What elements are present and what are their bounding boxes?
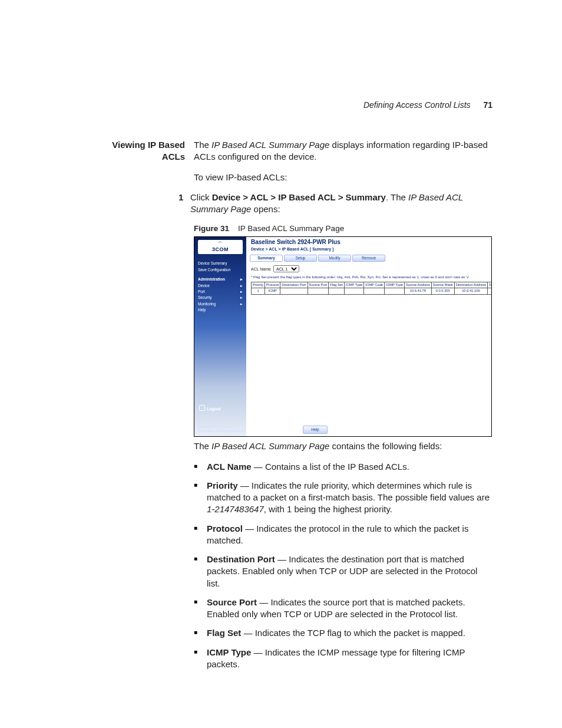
side-heading-line1: Viewing IP Based xyxy=(112,140,185,150)
th-protocol: Protocol xyxy=(265,282,280,288)
logout-button[interactable]: Logout xyxy=(199,404,221,411)
step-1: 1 Click Device > ACL > IP Based ACL > Su… xyxy=(194,192,492,216)
lead-text: To view IP-based ACLs: xyxy=(194,172,492,183)
page: Defining Access Control Lists 71 Viewing… xyxy=(0,0,562,728)
sidebar-item-monitoring[interactable]: Monitoring▸ xyxy=(198,301,243,307)
th-icmp-code: ICMP Code xyxy=(364,282,385,288)
field-desc-post: , with 1 being the highest priority. xyxy=(264,504,392,514)
chevron-right-icon: ▸ xyxy=(240,283,243,289)
th-dst-mask: Destination Mask xyxy=(488,282,492,288)
tab-summary[interactable]: Summary xyxy=(250,255,283,262)
intro-pre: The xyxy=(194,140,211,150)
sidebar-item-label: Device xyxy=(198,283,210,289)
field-name: ICMP Type xyxy=(207,647,251,657)
th-src-mask: Source Mask xyxy=(431,282,454,288)
shot-title: Baseline Switch 2924-PWR Plus xyxy=(246,237,491,246)
td: ICMP xyxy=(265,288,280,295)
sidebar-item[interactable]: Device Summary xyxy=(198,261,243,266)
chevron-right-icon: ▸ xyxy=(240,295,243,301)
field-list: ACL Name — Contains a list of the IP Bas… xyxy=(194,461,492,671)
tab-setup[interactable]: Setup xyxy=(284,255,317,262)
td xyxy=(280,288,308,295)
figure-screenshot: ⌒ 3COM Device Summary Save Configuration… xyxy=(194,236,492,437)
dash: — xyxy=(259,597,270,607)
td xyxy=(385,288,405,295)
field-name: ACL Name xyxy=(207,462,252,472)
list-item: ICMP Type — Indicates the ICMP message t… xyxy=(194,647,492,671)
th-src-port: Source Port xyxy=(308,282,329,288)
th-src-addr: Source Address xyxy=(404,282,431,288)
step1-post: opens: xyxy=(251,204,280,214)
sidebar-item[interactable]: Save Configuration xyxy=(198,267,243,273)
section-title: Defining Access Control Lists xyxy=(363,100,471,110)
page-number: 71 xyxy=(483,100,492,110)
th-dst-addr: Destination Address xyxy=(454,282,488,288)
sidebar-item-device[interactable]: Device▸ xyxy=(198,283,243,289)
sidebar-item-help[interactable]: Help xyxy=(198,307,243,313)
step1-bold: Device > ACL > IP Based ACL > Summary xyxy=(212,192,386,202)
acl-name-row: ACL Name ACL 1 xyxy=(251,265,487,272)
step1-pre: Click xyxy=(190,192,212,202)
field-name: Destination Port xyxy=(207,554,275,564)
shot-main: Baseline Switch 2924-PWR Plus Device > A… xyxy=(246,237,491,436)
chevron-right-icon: ▸ xyxy=(240,301,243,307)
side-heading-line2: ACLs xyxy=(162,151,185,162)
step-number: 1 xyxy=(178,192,190,216)
td: 0.0.0.255 xyxy=(431,288,454,295)
field-name: Source Port xyxy=(207,597,257,607)
chevron-right-icon: ▸ xyxy=(240,276,243,282)
intro-emphasis: IP Based ACL Summary Page xyxy=(211,140,329,150)
tab-remove[interactable]: Remove xyxy=(352,255,385,262)
td xyxy=(329,288,345,295)
sidebar-group-administration[interactable]: Administration▸ xyxy=(198,276,243,282)
list-item: Priority — Indicates the rule priority, … xyxy=(194,480,492,516)
field-em: 1-2147483647 xyxy=(207,504,264,514)
help-button[interactable]: Help xyxy=(303,426,328,434)
copyright-text: Copyright © 2007 3Com Corporation. All R… xyxy=(198,425,246,433)
logout-label: Logout xyxy=(207,407,221,411)
td: 10.6.41.106 xyxy=(454,288,488,295)
td: 1 xyxy=(252,288,265,295)
figure-caption: Figure 31 IP Based ACL Summary Page xyxy=(194,223,492,234)
sidebar-item-label: Port xyxy=(198,289,205,295)
sidebar-group-label: Administration xyxy=(198,276,225,282)
tab-bar: Summary Setup Modify Remove xyxy=(246,253,491,265)
table-row: 1 ICMP 10.6.41.78 0.0.0.255 10.6.4 xyxy=(252,288,492,295)
table-header-row: Priority Protocol Destination Port Sourc… xyxy=(252,282,492,288)
dash: — xyxy=(253,647,265,657)
dash: — xyxy=(254,462,265,472)
acl-name-select[interactable]: ACL 1 xyxy=(273,265,299,272)
th-igmp-type: IGMP Type xyxy=(385,282,405,288)
chevron-right-icon: ▸ xyxy=(240,289,243,295)
flag-note: * Flag Set present the flag types in the… xyxy=(251,275,487,279)
sidebar-item-label: Security xyxy=(198,295,211,301)
field-desc: Contains a list of the IP Based ACLs. xyxy=(265,462,409,472)
breadcrumb: Device > ACL > IP Based ACL [ Summary ] xyxy=(246,246,491,253)
dash: — xyxy=(277,554,289,564)
field-name: Protocol xyxy=(207,523,243,533)
list-item: ACL Name — Contains a list of the IP Bas… xyxy=(194,461,492,473)
dash: — xyxy=(245,523,256,533)
brand-logo: ⌒ 3COM xyxy=(198,240,243,254)
field-desc: Indicates the TCP flag to which the pack… xyxy=(255,628,465,638)
dash: — xyxy=(244,628,255,638)
field-name: Flag Set xyxy=(207,628,241,638)
after-fig-em: IP Based ACL Summary Page xyxy=(211,441,329,451)
content-column: The IP Based ACL Summary Page displays i… xyxy=(194,139,492,677)
sidebar-item-security[interactable]: Security▸ xyxy=(198,295,243,301)
logo-text: 3COM xyxy=(212,246,229,253)
running-header: Defining Access Control Lists 71 xyxy=(363,100,492,110)
acl-rules-table: Priority Protocol Destination Port Sourc… xyxy=(251,282,492,295)
th-flag-set: Flag Set xyxy=(329,282,345,288)
dash: — xyxy=(240,480,252,490)
td: 10.6.41.78 xyxy=(404,288,431,295)
field-name: Priority xyxy=(207,480,238,490)
after-fig-post: contains the following fields: xyxy=(329,441,442,451)
list-item: Source Port — Indicates the source port … xyxy=(194,597,492,621)
step-body: Click Device > ACL > IP Based ACL > Summ… xyxy=(190,192,492,216)
tab-modify[interactable]: Modify xyxy=(318,255,351,262)
sidebar-item-port[interactable]: Port▸ xyxy=(198,289,243,295)
shot-body: ACL Name ACL 1 * Flag Set present the fl… xyxy=(246,265,491,295)
th-dest-port: Destination Port xyxy=(280,282,308,288)
sidebar-item-label: Monitoring xyxy=(198,301,216,307)
